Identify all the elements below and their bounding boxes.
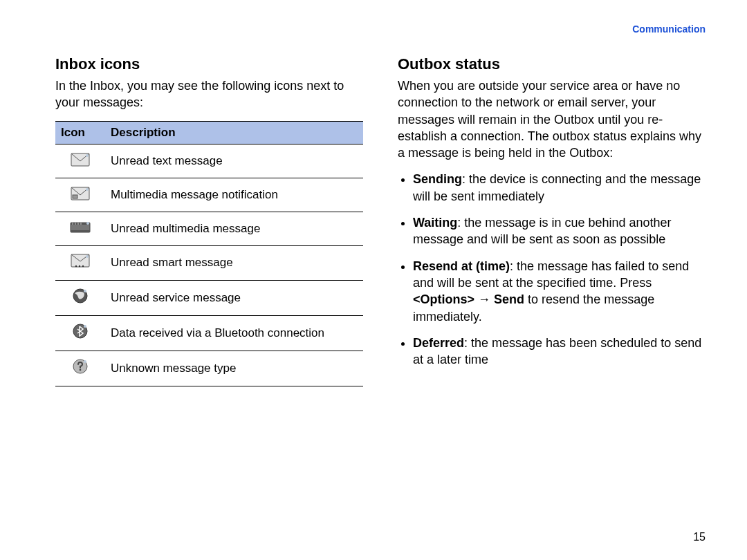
- svg-point-14: [75, 265, 77, 267]
- svg-point-4: [86, 188, 89, 191]
- svg-point-1: [86, 154, 89, 157]
- send-label: Send: [494, 292, 524, 306]
- mms-envelope-icon: [70, 185, 91, 202]
- svg-point-16: [82, 265, 84, 267]
- svg-point-19: [84, 290, 86, 292]
- angle-left: <: [413, 292, 421, 306]
- svg-point-24: [84, 360, 86, 363]
- right-column: Outbox status When you are outside your …: [398, 55, 706, 386]
- inbox-icons-table: Icon Description Unread text: [55, 121, 363, 387]
- film-strip-icon: [70, 219, 91, 236]
- list-item: Waiting: the message is in cue behind an…: [413, 214, 706, 248]
- table-row: Multimedia message notification: [55, 178, 363, 212]
- table-head-description: Description: [105, 121, 363, 144]
- two-column-layout: Inbox icons In the Inbox, you may see th…: [55, 55, 706, 386]
- arrow-icon: →: [474, 292, 494, 306]
- table-row: Unknown message type: [55, 351, 363, 386]
- row-desc: Unread text message: [105, 144, 363, 178]
- left-column: Inbox icons In the Inbox, you may see th…: [55, 55, 363, 386]
- options-label: Options: [421, 292, 468, 306]
- list-item: Sending: the device is connecting and th…: [413, 171, 706, 205]
- inbox-intro-text: In the Inbox, you may see the following …: [55, 77, 363, 111]
- outbox-status-heading: Outbox status: [398, 55, 706, 73]
- row-desc: Unread multimedia message: [105, 212, 363, 245]
- table-row: Unread text message: [55, 144, 363, 178]
- inbox-icons-heading: Inbox icons: [55, 55, 363, 73]
- status-label: Sending: [413, 172, 462, 186]
- angle-right: >: [468, 292, 475, 306]
- svg-point-17: [86, 255, 89, 258]
- row-desc: Data received via a Bluetooth connection: [105, 316, 363, 351]
- manual-page: Communication Inbox icons In the Inbox, …: [0, 0, 747, 560]
- svg-point-15: [79, 265, 80, 267]
- outbox-status-list: Sending: the device is connecting and th…: [398, 171, 706, 368]
- svg-rect-7: [71, 230, 90, 232]
- envelope-icon: [70, 151, 91, 168]
- row-desc: Unread service message: [105, 280, 363, 315]
- question-circle-icon: [70, 358, 91, 375]
- status-label: Waiting: [413, 216, 457, 230]
- row-desc: Unread smart message: [105, 245, 363, 280]
- svg-point-12: [86, 222, 89, 225]
- svg-point-21: [84, 325, 86, 328]
- smart-envelope-icon: [70, 253, 91, 270]
- svg-rect-3: [73, 195, 77, 198]
- page-number: 15: [693, 531, 706, 543]
- section-link[interactable]: Communication: [632, 24, 706, 35]
- status-label: Deferred: [413, 336, 464, 350]
- row-desc: Unknown message type: [105, 351, 363, 386]
- list-item: Resend at (time): the message has failed…: [413, 258, 706, 325]
- table-row: Unread service message: [55, 280, 363, 315]
- globe-icon: [70, 288, 91, 304]
- table-row: Data received via a Bluetooth connection: [55, 316, 363, 351]
- bluetooth-icon: [70, 323, 91, 339]
- row-desc: Multimedia message notification: [105, 178, 363, 212]
- svg-point-23: [80, 369, 82, 371]
- outbox-intro-text: When you are outside your service area o…: [398, 77, 706, 161]
- list-item: Deferred: the message has been scheduled…: [413, 335, 706, 368]
- table-row: Unread smart message: [55, 245, 363, 280]
- status-label: Resend at (time): [413, 259, 510, 273]
- table-row: Unread multimedia message: [55, 212, 363, 245]
- table-head-icon: Icon: [55, 121, 105, 144]
